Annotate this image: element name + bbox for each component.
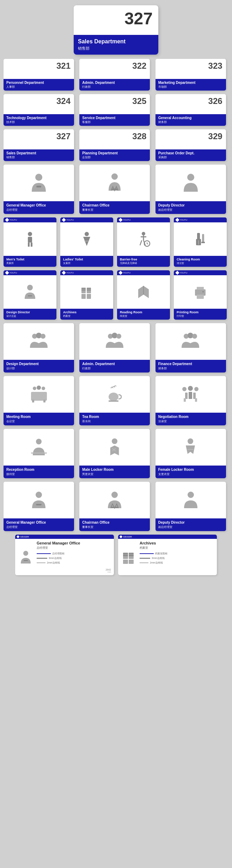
card-male-locker: Male Locker Room 男更衣室 [79, 429, 150, 478]
logo-diamond [5, 218, 9, 222]
dept-name-325: Service Department [82, 116, 147, 120]
logo-diamond-6 [62, 271, 66, 275]
dept-cn-finance-dept: 财务部 [158, 367, 223, 370]
svg-rect-8 [31, 242, 32, 247]
svg-rect-54 [185, 393, 188, 399]
featured-card: 327 Sales Department 销售部 [74, 5, 158, 55]
card-tea-room: Tea Room 茶水间 [79, 376, 150, 425]
svg-rect-50 [109, 400, 118, 402]
spec-line-a2 [140, 558, 150, 559]
card-321: 321 Personnel Department 人事部 [4, 59, 74, 91]
cleaning-icon [194, 231, 207, 247]
svg-rect-56 [193, 393, 196, 399]
svg-point-67 [188, 492, 194, 498]
dept-cn-male-locker: 男更衣室 [82, 472, 147, 476]
svg-point-59 [36, 439, 42, 444]
dept-cn-meeting: 会议室 [6, 419, 71, 423]
dept-cn-female-locker: 女更衣室 [158, 472, 223, 476]
room-number-323: 323 [208, 61, 222, 71]
svg-rect-75 [129, 555, 134, 556]
room-number-326: 326 [208, 96, 222, 106]
card-mens-toilet: YOUTU Men's Toilet 男厕所 [4, 217, 56, 267]
svg-rect-76 [123, 560, 128, 564]
card-negotiation: Negotiation Room 洽谈室 [155, 376, 226, 425]
dept-name-deputy: Deputy Director [158, 203, 223, 207]
dept-cn-ladies: 女厕所 [63, 261, 110, 265]
logo-diamond-detail1 [17, 535, 19, 538]
card-reception: Reception Room 接待室 [4, 429, 74, 478]
room-number-324: 324 [56, 96, 71, 106]
dept-cn-324: 技术部 [6, 120, 71, 124]
dept-cn-deputy: 副总经理室 [158, 208, 223, 212]
dept-cn-admin-dept: 行政部 [82, 367, 147, 370]
svg-rect-57 [184, 398, 186, 402]
row-rooms: Meeting Room 会议室 Tea Room 茶水间 [4, 376, 228, 425]
dept-name-negotiation: Negotiation Room [158, 415, 223, 419]
row-327-329: 327 Sales Department 销售部 328 Planning De… [4, 129, 228, 161]
room-number-325: 325 [132, 96, 146, 106]
card-325: 325 Service Department 客服部 [79, 94, 150, 126]
svg-point-4 [187, 174, 194, 181]
dept-name-chairman2: Chairman Office [82, 521, 147, 524]
room-number-327: 327 [56, 131, 71, 141]
logo-diamond-5 [5, 271, 9, 275]
card-design-dept: Design Department 设计部 [4, 323, 74, 373]
dept-name-cleaning: Cleaning Room [177, 258, 224, 261]
archives-icon [80, 284, 94, 300]
card-design-director: YOUTU Design Director 设计总监 [4, 270, 56, 320]
card-general-manager: General Manager Office 总经理室 [4, 165, 74, 214]
card-female-locker: Female Locker Room 女更衣室 [155, 429, 226, 478]
dept-cn-327: 销售部 [6, 155, 71, 159]
archives-detail-icon [122, 550, 136, 565]
reception-icon [29, 438, 49, 457]
dept-cn-321: 人事部 [6, 85, 71, 89]
svg-rect-48 [43, 400, 45, 402]
svg-rect-43 [31, 392, 47, 401]
svg-point-36 [41, 334, 45, 339]
svg-point-42 [192, 334, 197, 339]
row-managers: General Manager Office 总经理室 Chairman Off… [4, 165, 228, 214]
spec-line-1 [37, 553, 51, 554]
svg-rect-25 [87, 288, 91, 289]
dept-name-322: Admin. Department [82, 81, 147, 85]
dept-cn-322: 行政部 [82, 85, 147, 89]
spec-line-3 [37, 562, 45, 563]
card-finance-dept: Finance Department 财务部 [155, 323, 226, 373]
svg-point-51 [182, 387, 187, 391]
svg-rect-74 [129, 553, 134, 554]
card-deputy-2: Deputy Director 副总经理室 [155, 482, 226, 531]
gm-detail-icon [20, 550, 32, 564]
manager-icon-2 [30, 491, 48, 510]
row-offices: YOUTU Design Director 设计总监 YOUTU [4, 270, 228, 320]
meeting-room-icon [29, 385, 49, 404]
svg-point-45 [37, 386, 41, 390]
dept-name-328: Planning Department [82, 151, 147, 155]
gm-detail-name-cn: 总经理室 [37, 546, 94, 550]
room-number-321: 321 [56, 61, 71, 71]
dept-cn-deputy2: 副总经理室 [158, 525, 223, 529]
svg-rect-31 [197, 287, 204, 290]
dept-name-female-locker: Female Locker Room [158, 468, 223, 472]
svg-point-68 [23, 551, 28, 556]
svg-point-52 [188, 386, 193, 391]
female-locker-icon [181, 438, 200, 457]
tea-room-icon [106, 385, 123, 404]
card-324: 324 Technology Department 技术部 [4, 94, 74, 126]
dept-cn-printing: 打印室 [177, 314, 224, 318]
dept-cn-326: 财务部 [158, 120, 223, 124]
svg-rect-27 [81, 294, 86, 299]
logo-diamond-2 [62, 218, 66, 222]
svg-point-61 [112, 438, 117, 444]
svg-point-62 [188, 438, 193, 444]
dept-cn-chairman: 董事长室 [82, 208, 147, 212]
dept-name-reading: Reading Room [120, 310, 167, 314]
card-deputy: Deputy Director 副总经理室 [155, 165, 226, 214]
male-locker-icon [105, 438, 124, 457]
dept-name-deputy2: Deputy Director [158, 521, 223, 524]
svg-point-10 [142, 232, 145, 235]
detail-card-gm: 优图优图网 General Manager Office 总经理室 总经理图框 [15, 535, 114, 575]
row-321-323: 321 Personnel Department 人事部 322 Admin. … [4, 59, 228, 91]
deputy-icon [182, 172, 200, 193]
mens-toilet-icon [24, 231, 36, 247]
room-number-322: 322 [132, 61, 146, 71]
